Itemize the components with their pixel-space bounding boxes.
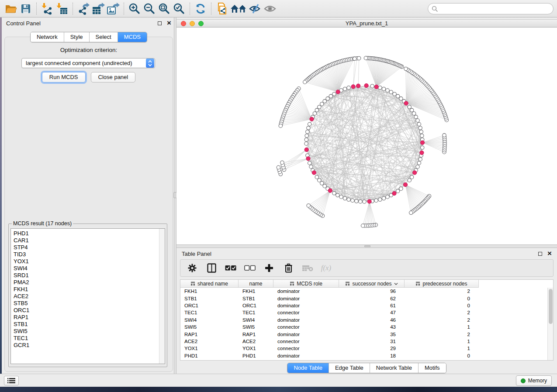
mcds-result-item[interactable]: PHD1 — [11, 230, 165, 237]
table-cell: connector — [273, 310, 339, 315]
tab-node-table[interactable]: Node Table — [287, 363, 329, 373]
table-cell: dominator — [273, 353, 339, 358]
desktop-edge-bottom — [0, 387, 557, 392]
column-header-successor-nodes[interactable]: successor nodes — [339, 280, 405, 287]
table-settings-button[interactable] — [186, 261, 199, 275]
close-panel-icon[interactable]: × — [547, 251, 552, 256]
float-panel-icon[interactable] — [538, 252, 542, 256]
optimization-criterion-select[interactable]: largest connected component (undirected) — [21, 58, 155, 68]
table-scrollbar[interactable] — [547, 288, 553, 360]
mcds-result-item[interactable]: FKH1 — [11, 286, 165, 293]
table-row[interactable]: YOX1YOX1connector291 — [180, 345, 547, 352]
tab-style[interactable]: Style — [64, 32, 90, 42]
delete-table-button[interactable] — [301, 261, 314, 275]
column-namespace-icon — [415, 282, 420, 286]
tab-select[interactable]: Select — [90, 32, 118, 42]
mcds-result-item[interactable]: STB1 — [11, 321, 165, 328]
tab-motifs[interactable]: Motifs — [419, 363, 446, 373]
column-header-name[interactable]: name — [239, 280, 273, 287]
table-row[interactable]: ACE2ACE2connector311 — [180, 338, 547, 345]
mcds-result-item[interactable]: TID3 — [11, 251, 165, 258]
table-cell: 43 — [339, 324, 405, 330]
float-panel-icon[interactable] — [158, 21, 162, 25]
import-table-button[interactable] — [55, 2, 69, 16]
column-header-predecessor-nodes[interactable]: predecessor nodes — [405, 280, 479, 287]
save-session-button[interactable] — [18, 2, 33, 16]
apply-layout-button[interactable] — [193, 2, 208, 16]
mcds-result-item[interactable]: STP4 — [11, 244, 165, 251]
table-row[interactable]: TEC1TEC1connector472 — [180, 309, 547, 316]
first-neighbors-button[interactable] — [229, 2, 248, 16]
mcds-result-item[interactable]: SRD1 — [11, 272, 165, 279]
table-row[interactable]: PHD1PHD1dominator180 — [180, 352, 547, 359]
mcds-result-item[interactable]: CAR1 — [11, 237, 165, 244]
mcds-result-item[interactable]: YOX1 — [11, 258, 165, 265]
hide-selected-button[interactable] — [248, 2, 263, 16]
app-window: Control Panel × NetworkStyleSelectMCDS O… — [0, 0, 557, 392]
table-cell: TEC1 — [239, 310, 273, 315]
table-row[interactable]: SWI5SWI5connector431 — [180, 323, 547, 330]
export-network-icon — [77, 3, 90, 15]
run-mcds-button[interactable]: Run MCDS — [42, 72, 86, 83]
select-all-button[interactable] — [224, 261, 237, 275]
show-column-button[interactable] — [205, 261, 218, 275]
column-namespace-icon — [345, 282, 350, 286]
open-session-button[interactable] — [3, 2, 18, 16]
tab-network-table[interactable]: Network Table — [370, 363, 419, 373]
mcds-result-group: MCDS result (17 nodes) PHD1CAR1STP4TID3Y… — [8, 220, 167, 367]
delete-column-button[interactable] — [282, 261, 295, 275]
scrollbar-thumb[interactable] — [549, 289, 553, 324]
mcds-result-item[interactable]: PMA2 — [11, 279, 165, 286]
tab-network[interactable]: Network — [31, 32, 64, 42]
export-image-button[interactable] — [106, 2, 121, 16]
search-input[interactable] — [428, 3, 554, 14]
table-cell: FKH1 — [239, 289, 273, 294]
network-window-title: YPA_prune.txt_1 — [176, 20, 557, 27]
clone-network-button[interactable] — [214, 2, 229, 16]
export-network-button[interactable] — [76, 2, 91, 16]
mcds-result-list[interactable]: PHD1CAR1STP4TID3YOX1SWI4SRD1PMA2FKH1ACE2… — [10, 228, 165, 364]
column-header-shared-name[interactable]: shared name — [180, 280, 239, 287]
control-panel-tabs: NetworkStyleSelectMCDS — [30, 32, 147, 42]
table-row[interactable]: FKH1FKH1dominator962 — [180, 288, 547, 295]
node-table: shared namenameMCDS rolesuccessor nodesp… — [180, 279, 554, 361]
memory-button[interactable]: Memory — [516, 375, 552, 386]
horizontal-splitter[interactable] — [176, 244, 557, 248]
mcds-result-item[interactable]: GCR1 — [11, 342, 165, 349]
zoom-in-button[interactable] — [127, 2, 142, 16]
table-cell: 2 — [405, 332, 479, 337]
close-panel-icon[interactable]: × — [167, 21, 171, 25]
mcds-result-item[interactable]: RAP1 — [11, 314, 165, 321]
mcds-list-scrollbar[interactable] — [159, 229, 165, 364]
zoom-fit-button[interactable] — [157, 2, 172, 16]
zoom-out-button[interactable] — [142, 2, 157, 16]
deselect-all-button[interactable] — [243, 261, 256, 275]
mcds-result-item[interactable]: SWI4 — [11, 265, 165, 272]
network-window-titlebar[interactable]: YPA_prune.txt_1 — [176, 19, 557, 28]
create-column-button[interactable] — [263, 261, 276, 275]
task-history-button[interactable] — [4, 376, 19, 385]
zoom-selected-button[interactable] — [172, 2, 187, 16]
right-pane: YPA_prune.txt_1 .chord{stroke:#c2c2c2;st… — [176, 17, 557, 374]
import-network-button[interactable] — [40, 2, 55, 16]
status-bar: Memory — [0, 374, 557, 387]
show-all-button[interactable] — [263, 2, 277, 16]
function-builder-button[interactable]: f(x) — [320, 261, 333, 275]
mcds-result-item[interactable]: SWI5 — [11, 328, 165, 335]
tab-mcds[interactable]: MCDS — [118, 32, 147, 42]
close-panel-button[interactable]: Close panel — [91, 72, 136, 83]
splitter-grip[interactable] — [364, 245, 370, 247]
column-header-MCDS-role[interactable]: MCDS role — [273, 280, 339, 287]
table-row[interactable]: STB1STB1dominator620 — [180, 295, 547, 302]
column-namespace-icon — [190, 282, 195, 286]
network-canvas[interactable]: .chord{stroke:#c2c2c2;stroke-width:.75;o… — [176, 28, 557, 244]
mcds-result-item[interactable]: STB5 — [11, 300, 165, 307]
export-table-button[interactable] — [91, 2, 106, 16]
table-row[interactable]: ORC1ORC1dominator610 — [180, 302, 547, 309]
table-row[interactable]: RAP1RAP1dominator352 — [180, 330, 547, 337]
mcds-result-item[interactable]: TEC1 — [11, 335, 165, 342]
mcds-result-item[interactable]: ORC1 — [11, 307, 165, 314]
tab-edge-table[interactable]: Edge Table — [329, 363, 370, 373]
mcds-result-item[interactable]: ACE2 — [11, 293, 165, 300]
table-row[interactable]: SWI4SWI4dominator462 — [180, 316, 547, 323]
